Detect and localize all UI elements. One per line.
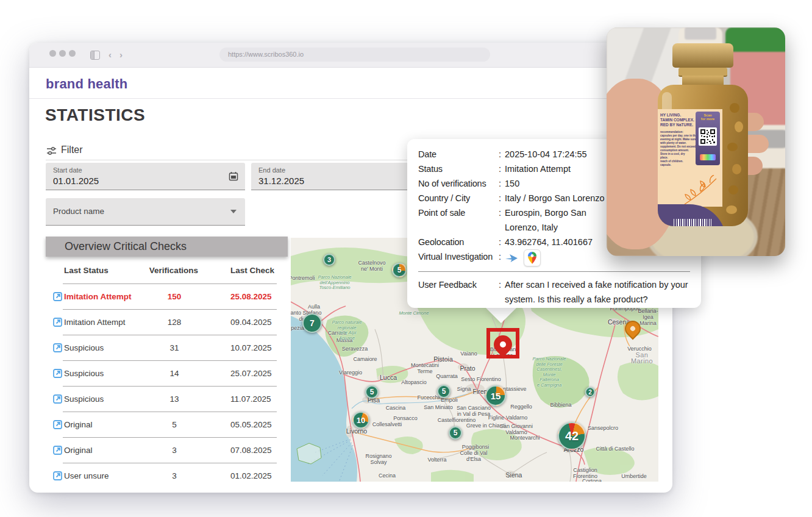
end-date-value: 31.12.2025 [258,176,304,186]
row-verifications: 3 [159,446,190,455]
table-row[interactable]: Original 5 05.05.2025 [46,412,288,437]
product-photo: HY LIVING. TAMIN COMPLEX. RED BY NaTURE.… [607,27,785,256]
col-verifications: Verifications [144,266,203,275]
cluster-marker[interactable]: 5 [392,263,407,277]
qr-panel: Scan for more [696,112,720,165]
external-link-icon[interactable] [46,446,64,455]
row-last-check: 25.08.2025 [230,292,272,301]
external-link-icon[interactable] [46,292,64,301]
back-chevron-icon[interactable]: ‹ [109,49,112,60]
table-row[interactable]: Suspicious 13 11.07.2025 [46,387,288,412]
critical-checks-table: Last Status Verifications Last Check Imi… [46,257,288,488]
barcode [674,219,711,226]
page-title: STATISTICS [45,105,145,125]
cluster-marker[interactable]: 7 [302,313,322,333]
brand-logo: brand health [46,76,127,92]
product-name-select[interactable]: Product name [46,198,245,226]
row-verifications: 14 [159,369,190,378]
map-label: Bellaria-Igea Marina [638,308,658,326]
external-link-icon[interactable] [46,420,64,429]
external-link-icon[interactable] [46,343,64,352]
forward-chevron-icon[interactable]: › [119,49,123,60]
table-row[interactable]: Suspicious 14 25.07.2025 [46,361,288,386]
cluster-marker[interactable]: 3 [323,254,335,266]
map-label: Sansepolcro [588,425,618,431]
arrow-icon[interactable] [505,254,518,263]
map-label: Quarrata [436,373,458,379]
browser-tab-icon[interactable] [90,51,100,60]
window-dot-1[interactable] [49,50,56,57]
row-last-check: 11.07.2025 [230,394,271,404]
cluster-marker[interactable]: 42 [558,422,586,450]
map-label: Montevarchi [510,435,540,441]
map-park-label: Monte Cimone [399,311,429,316]
table-row[interactable]: Imitation Attempt 150 25.08.2025 [46,284,288,309]
header-divider [29,98,672,99]
hologram-sticker [700,154,716,160]
table-row[interactable]: Suspicious 31 10.07.2025 [46,335,288,360]
url-bar[interactable]: https://www.scribos360.io [219,48,490,62]
row-verifications: 3 [159,471,190,480]
start-date-value: 01.01.2025 [53,176,99,186]
map-label: Montecatini Terme [411,362,439,374]
google-maps-icon[interactable] [524,249,541,266]
window-dot-2[interactable] [59,50,66,57]
map-label: Livorno [346,428,367,434]
cluster-marker[interactable]: 5 [365,385,379,399]
map-label: Siena [506,472,522,478]
row-status: Original [64,446,159,455]
chevron-down-icon [230,210,237,213]
row-status: Suspicious [64,394,159,404]
row-last-check: 25.07.2025 [230,369,272,378]
overview-title-bar: Overview Critical Checks [46,237,288,257]
external-link-icon[interactable] [46,369,64,378]
filter-sliders-icon [46,146,57,156]
map-label: Pistoia [433,356,453,362]
cluster-marker[interactable]: 10 [352,412,369,429]
map-label: Città di Castello [596,446,634,452]
jar-body: HY LIVING. TAMIN COMPLEX. RED BY NaTURE.… [658,85,748,226]
qr-caption: Scan for more [696,113,720,121]
external-link-icon[interactable] [46,394,64,404]
supplement-jar: HY LIVING. TAMIN COMPLEX. RED BY NaTURE.… [654,43,752,236]
external-link-icon[interactable] [46,318,64,327]
row-last-check: 07.08.2025 [230,446,272,455]
cluster-marker[interactable]: 5 [449,426,462,440]
map-label: Altopascio [401,379,427,385]
row-status: User unsure [64,471,159,480]
map-label: Poggibonsi [462,444,490,450]
row-verifications: 128 [159,318,190,327]
table-row[interactable]: Original 3 07.08.2025 [46,438,288,463]
popup-divider [418,271,690,272]
row-status: Suspicious [64,369,159,378]
cluster-marker[interactable]: 2 [585,387,596,398]
cluster-marker[interactable]: 15 [485,385,506,406]
table-row[interactable]: User unsure 3 01.02.2025 [46,463,288,488]
row-last-check: 09.04.2025 [230,318,272,327]
map-label: Prato [460,365,475,371]
map-label: Colle di Val d'Elsa [460,450,488,462]
filter-title: Filter [61,144,83,155]
map-label: San Casciano in Val di Pesa [457,405,491,417]
cluster-marker[interactable]: 5 [437,385,451,398]
browser-chrome: ‹ › https://www.scribos360.io [29,43,672,68]
col-last-check: Last Check [230,266,274,275]
map-label: Volterra [427,457,446,463]
map-label: Bibbiena [550,402,571,408]
window-dot-3[interactable] [69,50,76,57]
external-link-icon[interactable] [46,471,64,480]
map-label: Camaiore [353,356,377,362]
calendar-icon[interactable] [229,171,238,181]
start-date-field[interactable]: Start date 01.01.2025 [46,163,245,190]
table-header-row: Last Status Verifications Last Check [46,257,288,283]
row-verifications: 13 [159,394,190,404]
row-verifications: 150 [159,292,190,301]
jar-gold-cap [672,43,733,68]
map-label: Umbertide [621,473,647,479]
map-label: Seravezza [342,346,368,352]
map-label: Castelnovo ne' Monti [358,260,385,272]
map-label: Lucca [380,374,397,380]
map-label: Spezia [291,325,304,331]
map-label: Rosignano Solvay [365,453,391,465]
table-row[interactable]: Imitation Attempt 128 09.04.2025 [46,310,288,335]
